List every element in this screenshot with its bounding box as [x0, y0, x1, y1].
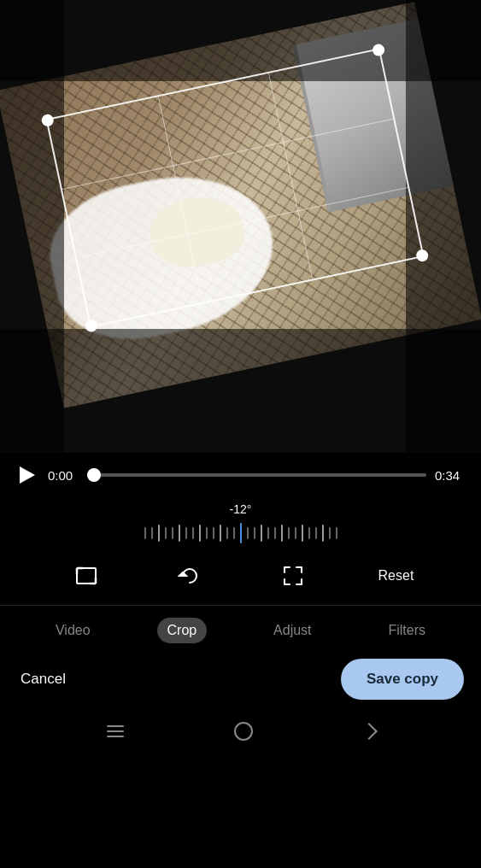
tick: [308, 527, 310, 539]
nav-home-button[interactable]: [234, 722, 253, 741]
grid-h2: [77, 187, 408, 258]
scrubber-track[interactable]: [87, 473, 426, 477]
tick: [172, 527, 173, 539]
rotate-button[interactable]: [171, 557, 208, 595]
tick-marks: [144, 523, 337, 543]
tick: [158, 525, 160, 542]
tick: [295, 527, 296, 539]
dim-left: [0, 0, 64, 453]
nav-back-button[interactable]: [363, 725, 375, 737]
tick: [315, 527, 317, 539]
grid-h1: [62, 119, 394, 190]
svg-rect-0: [77, 568, 96, 584]
svg-marker-5: [179, 572, 186, 576]
fullscreen-button[interactable]: [274, 557, 312, 595]
aspect-ratio-button[interactable]: [67, 557, 105, 595]
tick: [254, 527, 255, 539]
tick: [233, 527, 235, 539]
tick: [302, 525, 303, 542]
tick: [226, 527, 228, 539]
tick: [329, 527, 331, 539]
tab-video[interactable]: Video: [45, 618, 101, 643]
tab-adjust[interactable]: Adjust: [263, 618, 321, 643]
aspect-ratio-icon: [74, 564, 98, 588]
fullscreen-icon: [281, 564, 305, 588]
tick: [281, 525, 283, 542]
angle-value: -12°: [230, 502, 252, 516]
system-nav-bar: [0, 712, 481, 754]
tick: [206, 527, 208, 539]
tick-center: [240, 523, 242, 543]
nav-menu-button[interactable]: [107, 725, 124, 737]
scrubber-thumb[interactable]: [87, 468, 101, 482]
cancel-button[interactable]: Cancel: [17, 664, 69, 695]
back-icon: [361, 723, 378, 740]
play-icon: [20, 466, 35, 484]
tick: [179, 525, 180, 542]
current-time: 0:00: [48, 468, 79, 483]
tick: [274, 527, 276, 539]
save-copy-button[interactable]: Save copy: [341, 659, 464, 700]
tick: [151, 527, 153, 539]
home-icon: [234, 722, 253, 741]
tick: [165, 527, 167, 539]
angle-slider[interactable]: [0, 521, 481, 545]
rotate-icon: [178, 564, 202, 588]
playback-row: 0:00 0:34: [0, 453, 481, 497]
tick: [220, 525, 221, 542]
play-button[interactable]: [15, 463, 39, 487]
total-time: 0:34: [435, 468, 466, 483]
tools-row: Reset: [0, 547, 481, 605]
action-row: Cancel Save copy: [0, 650, 481, 712]
tab-crop[interactable]: Crop: [157, 618, 208, 643]
tick: [247, 527, 249, 539]
tick: [185, 527, 187, 539]
grid-v2: [268, 73, 313, 279]
grid-v1: [158, 97, 202, 302]
tick: [336, 527, 337, 539]
tick: [144, 527, 146, 539]
tick: [192, 527, 194, 539]
menu-icon: [107, 725, 124, 737]
reset-button[interactable]: Reset: [378, 568, 414, 584]
tick: [288, 527, 290, 539]
tab-bar: Video Crop Adjust Filters: [0, 606, 481, 650]
tab-filters[interactable]: Filters: [378, 618, 436, 643]
tick: [213, 527, 214, 539]
angle-row: -12°: [0, 497, 481, 547]
preview-area: [0, 0, 481, 453]
tick: [267, 527, 269, 539]
tick: [322, 525, 324, 542]
tick: [261, 525, 262, 542]
tick: [199, 525, 201, 542]
